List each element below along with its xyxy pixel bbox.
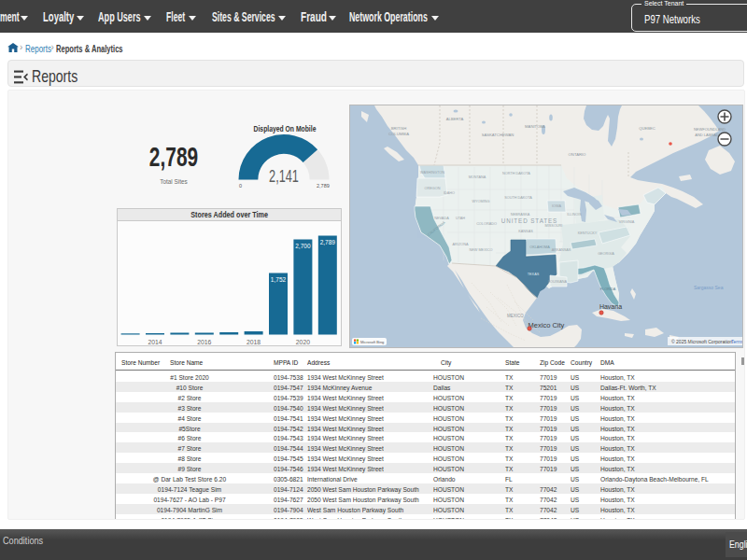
svg-text:KANSAS: KANSAS [518, 230, 533, 233]
svg-text:Microsoft Bing: Microsoft Bing [360, 340, 384, 344]
svg-text:MISSOURI: MISSOURI [545, 224, 563, 228]
svg-text:Mexico City: Mexico City [529, 321, 565, 329]
svg-text:QUEBEC: QUEBEC [639, 126, 655, 131]
svg-text:Terms: Terms [731, 339, 742, 344]
svg-text:Sargasso Sea: Sargasso Sea [694, 285, 724, 290]
svg-text:UNITED STATES: UNITED STATES [501, 217, 557, 224]
svg-text:GEORGIA: GEORGIA [598, 252, 614, 256]
svg-text:BRITISH: BRITISH [391, 126, 407, 131]
svg-text:NEVADA: NEVADA [434, 217, 449, 220]
svg-text:IOWA: IOWA [552, 204, 561, 208]
svg-text:2014: 2014 [148, 339, 162, 345]
svg-text:NORTH DAKOTA: NORTH DAKOTA [502, 172, 530, 175]
svg-text:NEW MEXICO: NEW MEXICO [470, 248, 493, 252]
svg-text:NEBRASKA: NEBRASKA [511, 213, 530, 217]
svg-text:VIRGINIA: VIRGINIA [619, 220, 635, 224]
svg-text:SASKATCHEWAN: SASKATCHEWAN [482, 133, 514, 137]
svg-text:OKLAHOMA: OKLAHOMA [529, 245, 550, 249]
svg-text:LOUISIANA: LOUISIANA [548, 280, 568, 284]
svg-text:TEXAS: TEXAS [528, 273, 540, 276]
svg-text:2,700: 2,700 [295, 243, 311, 249]
svg-text:ARKANSAS: ARKANSAS [552, 248, 571, 252]
svg-text:SOUTH DAKOTA: SOUTH DAKOTA [504, 196, 532, 200]
svg-text:MANITOBA: MANITOBA [525, 124, 545, 129]
svg-text:ILLINOIS: ILLINOIS [567, 213, 582, 217]
svg-text:ARIZONA: ARIZONA [453, 243, 469, 246]
svg-text:NEWFOUNDLAND: NEWFOUNDLAND [694, 127, 726, 132]
svg-text:ONTARIO: ONTARIO [569, 152, 587, 157]
svg-text:2020: 2020 [296, 339, 310, 345]
svg-text:IDAHO: IDAHO [444, 191, 455, 195]
svg-text:WYOMING: WYOMING [472, 200, 490, 203]
svg-text:MONTANA: MONTANA [469, 175, 486, 179]
svg-text:KENTUCKY: KENTUCKY [578, 231, 598, 235]
svg-text:COLORADO: COLORADO [476, 222, 497, 226]
svg-text:2018: 2018 [247, 339, 261, 345]
svg-text:2016: 2016 [197, 339, 211, 345]
svg-text:FLORIDA: FLORIDA [600, 287, 616, 291]
svg-text:ALBERTA: ALBERTA [446, 117, 464, 121]
svg-text:Havana: Havana [599, 303, 622, 310]
svg-text:2,789: 2,789 [320, 239, 336, 245]
svg-text:OREGON: OREGON [425, 187, 441, 190]
svg-text:1,752: 1,752 [271, 276, 287, 283]
svg-text:© 2025 Microsoft Corporation: © 2025 Microsoft Corporation [671, 339, 733, 344]
svg-text:UTAH: UTAH [456, 217, 465, 220]
svg-text:COLUMBIA: COLUMBIA [388, 132, 409, 136]
svg-text:WASHINGTON: WASHINGTON [420, 171, 444, 175]
svg-text:MEXICO: MEXICO [507, 314, 524, 318]
